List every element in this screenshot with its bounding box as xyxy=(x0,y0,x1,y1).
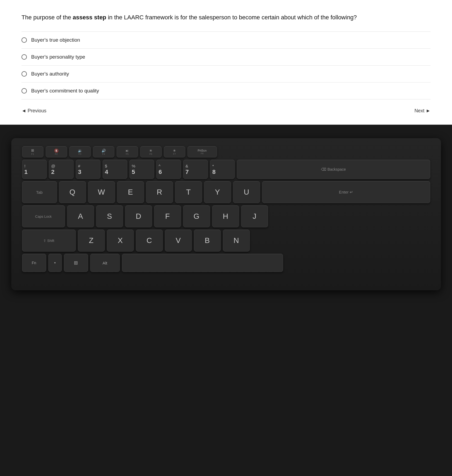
key-4[interactable]: $ 4 xyxy=(103,160,127,179)
key-6-top: ^ xyxy=(159,164,161,168)
tab-label: Tab xyxy=(36,190,42,195)
dot-left-icon: • xyxy=(54,260,56,265)
bright2-icon: ✳ xyxy=(173,149,176,153)
options-list: Buyer's true objection Buyer's personali… xyxy=(21,31,431,99)
key-space[interactable] xyxy=(122,254,283,272)
radio-btn-3[interactable] xyxy=(21,71,27,77)
key-shift-left[interactable]: ⇧ Shift xyxy=(22,230,76,252)
x-label: X xyxy=(118,236,123,245)
f4-label: F4 xyxy=(102,153,105,155)
a-label: A xyxy=(78,212,83,221)
e-label: E xyxy=(128,188,133,196)
key-6[interactable]: ^ 6 xyxy=(156,160,181,179)
key-b[interactable]: B xyxy=(194,230,221,252)
key-8-top: * xyxy=(212,164,214,168)
key-8[interactable]: * 8 xyxy=(210,160,235,179)
previous-button[interactable]: ◄ Previous xyxy=(21,108,46,114)
key-backspace[interactable]: ⌫ Backspace xyxy=(237,160,430,179)
key-5[interactable]: % 5 xyxy=(129,160,154,179)
key-dot-left[interactable]: • xyxy=(48,254,62,272)
key-fn-bottom[interactable]: Fn xyxy=(22,254,46,272)
question-bold: assess step xyxy=(73,14,106,21)
radio-btn-2[interactable] xyxy=(21,54,27,60)
key-h[interactable]: H xyxy=(212,205,239,227)
keyboard-area: ⊞ F1 🔇 F2 🔉 F3 🔊 F4 ⏯ F5 ✳ F6 xyxy=(0,125,452,420)
key-1[interactable]: ! 1 xyxy=(22,160,47,179)
key-alt[interactable]: Alt xyxy=(90,254,120,272)
u-label: U xyxy=(244,188,249,196)
v-label: V xyxy=(176,236,181,245)
key-tab[interactable]: Tab xyxy=(22,181,57,203)
key-5-bot: 5 xyxy=(132,169,135,175)
key-8-bot: 8 xyxy=(212,169,216,175)
key-caps[interactable]: Caps Lock xyxy=(22,205,65,227)
option-label-2: Buyer's personality type xyxy=(31,54,85,60)
option-label-3: Buyer's authority xyxy=(31,71,69,77)
play-icon: ⏯ xyxy=(125,149,129,153)
j-label: J xyxy=(253,212,256,221)
key-u[interactable]: U xyxy=(233,181,260,203)
g-label: G xyxy=(194,212,200,221)
key-6-bot: 6 xyxy=(159,169,162,175)
key-e[interactable]: E xyxy=(117,181,144,203)
option-label-1: Buyer's true objection xyxy=(31,37,80,43)
zxcv-row: ⇧ Shift Z X C V B N xyxy=(22,230,430,252)
option-item-3[interactable]: Buyer's authority xyxy=(21,66,431,83)
key-x[interactable]: X xyxy=(107,230,134,252)
radio-btn-1[interactable] xyxy=(21,37,27,43)
key-z[interactable]: Z xyxy=(78,230,105,252)
key-f4[interactable]: 🔊 F4 xyxy=(93,146,114,158)
key-j[interactable]: J xyxy=(241,205,268,227)
key-n[interactable]: N xyxy=(223,230,250,252)
enter-label: Enter ↵ xyxy=(339,190,353,195)
key-f2[interactable]: 🔇 F2 xyxy=(46,146,67,158)
fn-icon: ⊞ xyxy=(31,148,34,152)
key-w[interactable]: W xyxy=(88,181,115,203)
key-g[interactable]: G xyxy=(183,205,210,227)
key-s[interactable]: S xyxy=(96,205,123,227)
quiz-panel: The purpose of the assess step in the LA… xyxy=(0,0,452,125)
key-1-bot: 1 xyxy=(24,169,28,175)
key-q[interactable]: Q xyxy=(59,181,86,203)
option-item-2[interactable]: Buyer's personality type xyxy=(21,49,431,66)
option-item-1[interactable]: Buyer's true objection xyxy=(21,32,431,49)
q-label: Q xyxy=(70,188,75,196)
key-a[interactable]: A xyxy=(67,205,94,227)
y-label: Y xyxy=(215,188,220,196)
asdf-row: Caps Lock A S D F G H J xyxy=(22,205,430,227)
fn-label: F1 xyxy=(31,153,34,155)
key-f7[interactable]: ✳ F7 xyxy=(164,146,185,158)
mute-icon: 🔇 xyxy=(54,149,59,153)
key-f3[interactable]: 🔉 F3 xyxy=(69,146,91,158)
key-7-top: & xyxy=(186,164,188,168)
key-r[interactable]: R xyxy=(146,181,173,203)
key-t[interactable]: T xyxy=(175,181,202,203)
next-button[interactable]: Next ► xyxy=(414,108,431,114)
f8-label: F8 xyxy=(201,152,204,155)
win-icon: ⊞ xyxy=(74,260,78,266)
d-label: D xyxy=(136,212,141,221)
key-f5[interactable]: ⏯ F5 xyxy=(117,146,138,158)
key-5-top: % xyxy=(132,164,135,168)
key-v[interactable]: V xyxy=(165,230,192,252)
option-label-4: Buyer's commitment to quality xyxy=(31,88,99,94)
key-win[interactable]: ⊞ xyxy=(64,254,88,272)
key-4-bot: 4 xyxy=(105,169,108,175)
key-3[interactable]: # 3 xyxy=(76,160,100,179)
key-f6[interactable]: ✳ F6 xyxy=(140,146,162,158)
key-7[interactable]: & 7 xyxy=(183,160,208,179)
key-c[interactable]: C xyxy=(136,230,163,252)
f2-label: F2 xyxy=(55,153,58,155)
option-item-4[interactable]: Buyer's commitment to quality xyxy=(21,83,431,99)
key-f8[interactable]: PrtScn F8 xyxy=(187,146,217,158)
key-f[interactable]: F xyxy=(154,205,181,227)
key-fn[interactable]: ⊞ F1 xyxy=(22,146,44,158)
radio-btn-4[interactable] xyxy=(21,88,27,94)
key-2[interactable]: @ 2 xyxy=(49,160,74,179)
keyboard-deck: ⊞ F1 🔇 F2 🔉 F3 🔊 F4 ⏯ F5 ✳ F6 xyxy=(11,138,441,290)
key-d[interactable]: D xyxy=(125,205,152,227)
key-enter[interactable]: Enter ↵ xyxy=(262,181,430,203)
caps-label: Caps Lock xyxy=(35,214,52,219)
key-y[interactable]: Y xyxy=(204,181,231,203)
key-1-top: ! xyxy=(24,164,26,168)
